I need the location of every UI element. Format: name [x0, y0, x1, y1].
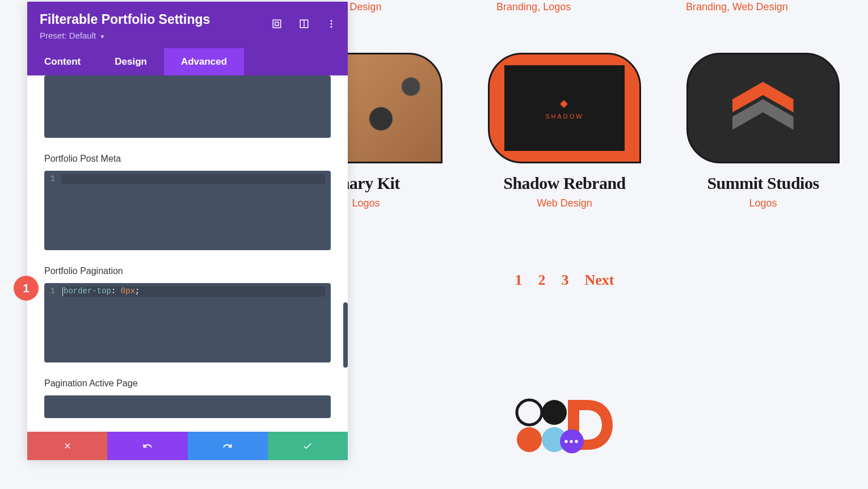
- diamond-icon: ◆: [560, 97, 570, 109]
- category-tag[interactable]: Branding, Logos: [496, 1, 571, 13]
- tab-advanced[interactable]: Advanced: [164, 48, 244, 75]
- panel-body[interactable]: Portfolio Post Meta 1 Portfolio Paginati…: [27, 75, 348, 432]
- settings-panel: Filterable Portfolio Settings Preset: De…: [27, 2, 348, 460]
- svg-point-10: [331, 26, 332, 28]
- pagination-next[interactable]: Next: [585, 272, 614, 289]
- field-label-post-meta: Portfolio Post Meta: [44, 154, 331, 164]
- expand-icon[interactable]: [272, 19, 282, 29]
- chevron-down-icon: ▼: [99, 33, 105, 40]
- responsive-icon[interactable]: [299, 19, 309, 29]
- svg-point-8: [331, 20, 332, 22]
- css-value: 0px: [121, 286, 135, 296]
- more-options-icon[interactable]: [326, 19, 336, 29]
- redo-button[interactable]: [188, 432, 268, 460]
- svg-rect-4: [273, 20, 281, 28]
- check-icon: [302, 441, 313, 451]
- pagination-page[interactable]: 3: [562, 272, 569, 289]
- code-editor-active-page[interactable]: [44, 395, 331, 418]
- close-icon: [63, 441, 72, 450]
- field-label-pagination: Portfolio Pagination: [44, 266, 331, 276]
- code-editor-pagination[interactable]: 1 border-top: 0px;: [44, 283, 331, 362]
- ellipsis-icon: •••: [564, 435, 579, 448]
- svg-point-1: [542, 400, 567, 425]
- svg-point-2: [517, 427, 542, 452]
- preset-selector[interactable]: Preset: Default ▼: [40, 31, 335, 40]
- undo-icon: [142, 441, 153, 451]
- save-button[interactable]: [268, 432, 348, 460]
- tab-design[interactable]: Design: [98, 48, 164, 75]
- top-categories-row: b Design Branding, Logos Branding, Web D…: [261, 1, 868, 13]
- svg-point-9: [331, 23, 332, 25]
- code-editor-post-meta[interactable]: 1: [44, 171, 331, 250]
- portfolio-item-title: Summit Studios: [681, 174, 845, 193]
- undo-button[interactable]: [107, 432, 187, 460]
- summit-logo-icon: [714, 73, 812, 143]
- css-property: border-top: [64, 286, 111, 296]
- portfolio-item-meta: Web Design: [482, 197, 647, 209]
- panel-header: Filterable Portfolio Settings Preset: De…: [27, 2, 348, 48]
- portfolio-item-title: Shadow Rebrand: [482, 174, 647, 193]
- svg-rect-5: [275, 22, 279, 26]
- code-line-content[interactable]: [61, 174, 325, 184]
- css-punct: ;: [135, 286, 140, 296]
- code-line-content[interactable]: border-top: 0px;: [61, 286, 325, 297]
- pagination-page[interactable]: 2: [538, 272, 546, 289]
- pagination-page[interactable]: 1: [515, 272, 523, 289]
- category-tag[interactable]: Branding, Web Design: [686, 1, 788, 13]
- cancel-button[interactable]: [27, 432, 107, 460]
- tab-content[interactable]: Content: [27, 48, 98, 75]
- portfolio-item[interactable]: ◆ SHADOW Shadow Rebrand Web Design: [482, 53, 647, 209]
- scrollbar[interactable]: [343, 302, 348, 368]
- portfolio-grid: onary Kit Logos ◆ SHADOW Shadow Rebrand …: [261, 53, 868, 209]
- portfolio-thumbnail[interactable]: [686, 53, 840, 163]
- preset-label: Preset: Default: [40, 31, 96, 40]
- line-number: 1: [44, 286, 61, 297]
- floating-action-button[interactable]: •••: [560, 429, 584, 453]
- code-editor[interactable]: [44, 75, 331, 138]
- css-punct: :: [111, 286, 121, 296]
- brand-name: SHADOW: [545, 113, 584, 120]
- brand-card: ◆ SHADOW: [504, 65, 624, 151]
- portfolio-item[interactable]: Summit Studios Logos: [681, 53, 845, 209]
- redo-icon: [222, 441, 233, 451]
- field-label-active-page: Pagination Active Page: [44, 378, 331, 389]
- line-number: 1: [44, 174, 61, 184]
- portfolio-item-meta: Logos: [681, 197, 845, 209]
- footer-logo: •••: [261, 397, 868, 453]
- panel-footer: [27, 432, 348, 460]
- tabs: Content Design Advanced: [27, 48, 348, 75]
- annotation-badge: 1: [14, 276, 39, 301]
- portfolio-thumbnail[interactable]: ◆ SHADOW: [488, 53, 641, 163]
- svg-point-0: [517, 400, 542, 425]
- pagination: 1 2 3 Next: [261, 272, 868, 289]
